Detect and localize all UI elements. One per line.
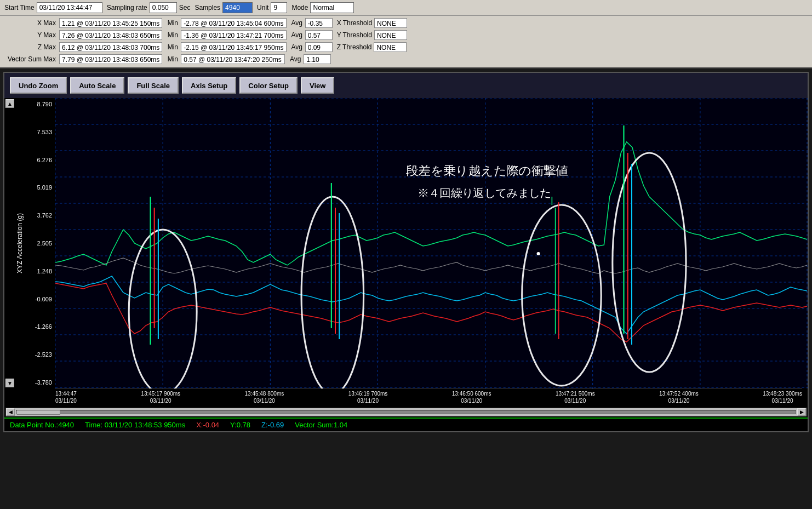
vs-max-label: Vector Sum Max xyxy=(4,53,59,65)
y-threshold-label: Y Threshold xyxy=(337,29,372,41)
unit-group: Unit xyxy=(257,2,287,13)
samples-group: Samples xyxy=(195,2,253,13)
chart-toolbar: Undo Zoom Auto Scale Full Scale Axis Set… xyxy=(4,73,808,98)
auto-scale-button[interactable]: Auto Scale xyxy=(70,77,124,94)
y-axis-label: XYZ Acceleration (g) xyxy=(14,98,25,388)
z-status-value: -0.69 xyxy=(268,421,284,429)
mode-input[interactable] xyxy=(310,2,354,13)
sampling-rate-group: Sampling rate Sec xyxy=(107,2,191,13)
scrollbar-track xyxy=(16,410,796,414)
y-axis: 8.790 7.533 6.276 5.019 3.762 2.505 1.24… xyxy=(25,98,55,388)
vs-status-value: 1.04 xyxy=(334,421,347,429)
y-status-label: Y: xyxy=(230,421,237,429)
chart-svg: 段差を乗り越えた際の衝撃値 ※４回繰り返してみました xyxy=(55,98,808,388)
x-tick-4: 13:46:50 600ms 03/11/20 xyxy=(452,390,491,404)
plot-canvas[interactable]: 段差を乗り越えた際の衝撃値 ※４回繰り返してみました xyxy=(55,98,808,388)
unit-input[interactable] xyxy=(271,2,287,13)
chart-area: ▲ ▼ XYZ Acceleration (g) 8.790 7.533 6.2… xyxy=(4,98,808,388)
stats-row-y: Y Max 7.26 @ 03/11/20 13:48:03 650ms Min… xyxy=(4,29,808,41)
y-tick-4: 3.762 xyxy=(26,212,54,219)
y-min-value: -1.36 @ 03/11/20 13:47:21 700ms xyxy=(181,30,286,40)
time-status: Time: 03/11/20 13:48:53 950ms xyxy=(85,421,185,429)
z-min-value: -2.15 @ 03/11/20 13:45:17 950ms xyxy=(181,42,286,52)
x-status-value: -0.04 xyxy=(203,421,219,429)
y-tick-9: -2.523 xyxy=(26,351,54,358)
x-axis: 13:44:47 03/11/20 13:45:17 900ms 03/11/2… xyxy=(55,388,802,407)
y-tick-3: 5.019 xyxy=(26,184,54,191)
scroll-left-button[interactable]: ◀ xyxy=(6,408,15,416)
y-tick-6: 1.248 xyxy=(26,268,54,274)
vs-avg-label: Avg xyxy=(287,53,304,65)
color-setup-button[interactable]: Color Setup xyxy=(239,77,298,94)
svg-rect-0 xyxy=(55,98,808,388)
undo-zoom-button[interactable]: Undo Zoom xyxy=(10,77,67,94)
full-scale-button[interactable]: Full Scale xyxy=(128,77,179,94)
data-point-status: Data Point No.:4940 xyxy=(10,421,74,429)
x-min-value: -2.78 @ 03/11/20 13:45:04 600ms xyxy=(181,18,286,28)
x-tick-6: 13:47:52 400ms 03/11/20 xyxy=(659,390,699,404)
x-max-label: X Max xyxy=(4,17,59,29)
vs-status: Vector Sum:1.04 xyxy=(295,421,347,429)
y-max-label: Y Max xyxy=(4,29,59,41)
stats-row-vs: Vector Sum Max 7.79 @ 03/11/20 13:48:03 … xyxy=(4,53,808,65)
x-avg-value: -0.35 xyxy=(305,18,333,28)
vs-status-label: Vector Sum: xyxy=(295,421,334,429)
chart-container: Undo Zoom Auto Scale Full Scale Axis Set… xyxy=(3,72,809,432)
z-status: Z:-0.69 xyxy=(261,421,284,429)
mode-group: Mode xyxy=(291,2,354,13)
z-max-label: Z Max xyxy=(4,41,59,53)
y-tick-2: 6.276 xyxy=(26,157,54,163)
z-threshold-label: Z Threshold xyxy=(337,41,372,53)
y-min-label: Min xyxy=(164,29,181,41)
x-tick-2: 13:45:48 800ms 03/11/20 xyxy=(245,390,284,404)
vs-min-value: 0.57 @ 03/11/20 13:47:20 250ms xyxy=(181,54,285,64)
y-status: Y:0.78 xyxy=(230,421,250,429)
horizontal-scrollbar[interactable]: ◀ ▶ xyxy=(5,408,807,416)
z-max-value: 6.12 @ 03/11/20 13:48:03 700ms xyxy=(59,42,162,52)
vs-max-value: 7.79 @ 03/11/20 13:48:03 650ms xyxy=(59,54,162,64)
y-avg-label: Avg xyxy=(289,29,305,41)
vs-min-label: Min xyxy=(164,53,181,65)
y-max-value: 7.26 @ 03/11/20 13:48:03 650ms xyxy=(59,30,162,40)
z-avg-value: 0.09 xyxy=(305,42,333,52)
x-threshold-value: NONE xyxy=(374,18,407,28)
y-tick-5: 2.505 xyxy=(26,240,54,247)
scrollbar-thumb[interactable] xyxy=(16,410,60,415)
samples-input[interactable] xyxy=(222,2,253,13)
x-tick-1: 13:45:17 900ms 03/11/20 xyxy=(141,390,180,404)
z-threshold-value: NONE xyxy=(374,42,407,52)
axis-setup-button[interactable]: Axis Setup xyxy=(182,77,236,94)
svg-text:段差を乗り越えた際の衝撃値: 段差を乗り越えた際の衝撃値 xyxy=(406,164,568,178)
y-threshold-value: NONE xyxy=(374,30,407,40)
start-time-label: Start Time xyxy=(4,4,35,12)
y-tick-10: -3.780 xyxy=(26,379,54,386)
scroll-down-button[interactable]: ▼ xyxy=(5,379,14,387)
x-tick-7: 13:48:23 300ms 03/11/20 xyxy=(763,390,802,404)
scroll-up-button[interactable]: ▲ xyxy=(5,99,14,108)
svg-text:※４回繰り返してみました: ※４回繰り返してみました xyxy=(418,187,551,199)
view-button[interactable]: View xyxy=(301,77,334,94)
z-avg-label: Avg xyxy=(289,41,305,53)
x-status-label: X: xyxy=(196,421,203,429)
unit-label: Unit xyxy=(257,4,268,12)
x-tick-5: 13:47:21 500ms 03/11/20 xyxy=(556,390,595,404)
start-time-input[interactable] xyxy=(37,2,102,13)
y-avg-value: 0.57 xyxy=(305,30,333,40)
stats-row-z: Z Max 6.12 @ 03/11/20 13:48:03 700ms Min… xyxy=(4,41,808,53)
x-status: X:-0.04 xyxy=(196,421,219,429)
y-tick-0: 8.790 xyxy=(26,101,54,107)
scroll-right-button[interactable]: ▶ xyxy=(797,408,806,416)
sampling-rate-input[interactable] xyxy=(150,2,177,13)
y-tick-7: -0.009 xyxy=(26,296,54,302)
sec-label: Sec xyxy=(179,4,191,12)
sampling-rate-label: Sampling rate xyxy=(107,4,147,12)
top-bar: Start Time Sampling rate Sec Samples Uni… xyxy=(0,0,812,16)
stats-row-x: X Max 1.21 @ 03/11/20 13:45:25 150ms Min… xyxy=(4,17,808,29)
y-tick-8: -1.266 xyxy=(26,323,54,330)
z-status-label: Z: xyxy=(261,421,268,429)
x-tick-0: 13:44:47 03/11/20 xyxy=(55,390,77,404)
x-max-value: 1.21 @ 03/11/20 13:45:25 150ms xyxy=(59,18,162,28)
vs-avg-value: 1.10 xyxy=(304,54,331,64)
z-min-label: Min xyxy=(164,41,181,53)
y-tick-1: 7.533 xyxy=(26,129,54,135)
